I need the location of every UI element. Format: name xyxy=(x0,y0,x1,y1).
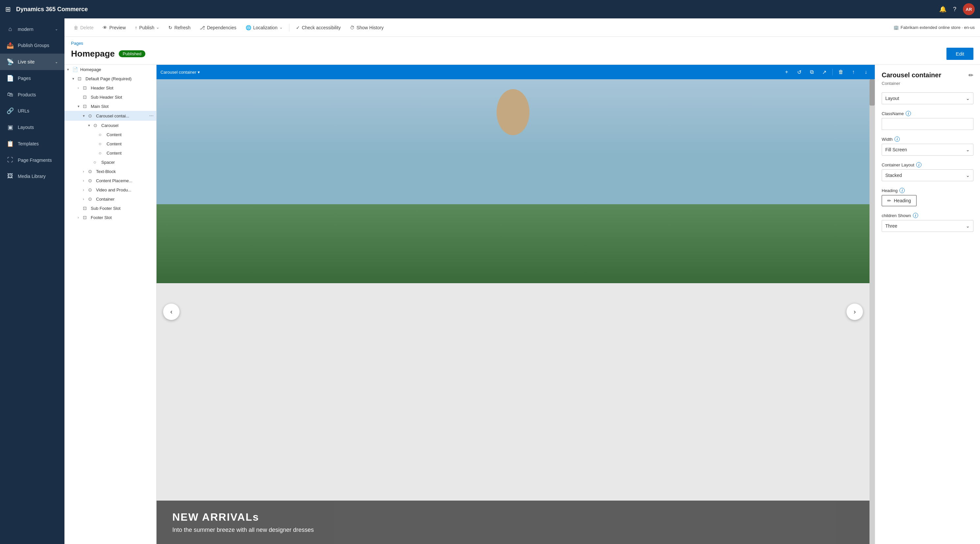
carousel-next-button[interactable]: › xyxy=(846,304,863,320)
tree-panel: ▾ 📄 Homepage ▾ ⊡ Default Page (Required)… xyxy=(64,65,156,544)
canvas-module-label: Carousel container ▾ xyxy=(161,70,200,75)
carousel-prev-button[interactable]: ‹ xyxy=(163,304,180,320)
carousel-wrapper: NEW ARRIVALs Into the summer breeze with… xyxy=(156,79,870,544)
notification-icon[interactable]: 🔔 xyxy=(939,6,947,13)
heading-info-icon[interactable]: i xyxy=(899,188,905,193)
canvas-content: NEW ARRIVALs Into the summer breeze with… xyxy=(156,79,870,544)
container-layout-info-icon[interactable]: i xyxy=(916,162,921,167)
canvas-add-button[interactable]: + xyxy=(782,67,792,77)
carousel-image xyxy=(156,79,870,283)
canvas-move-down-button[interactable]: ↓ xyxy=(861,67,871,77)
props-children-shown-field: children Shown i Three ⌄ xyxy=(882,213,974,232)
sidebar-item-publish-groups[interactable]: 📤 Publish Groups xyxy=(0,37,64,54)
tree-node-spacer[interactable]: › ○ Spacer xyxy=(64,157,156,167)
carousel-subtitle: Into the summer breeze with all new desi… xyxy=(172,527,854,533)
help-icon[interactable]: ? xyxy=(953,6,956,13)
sidebar-item-live-site[interactable]: 📡 Live site ⌄ xyxy=(0,54,64,70)
canvas-delete-button[interactable]: 🗑 xyxy=(836,67,846,77)
width-info-icon[interactable]: i xyxy=(894,137,900,142)
preview-button[interactable]: 👁 Preview xyxy=(99,23,130,32)
check-accessibility-button[interactable]: ✓ Check accessibility xyxy=(292,23,345,32)
tree-node-header-slot[interactable]: › ⊡ Header Slot xyxy=(64,83,156,92)
tree-node-text-block[interactable]: › ⊙ Text-Block xyxy=(64,167,156,176)
children-shown-dropdown[interactable]: Three ⌄ xyxy=(882,220,974,232)
sidebar-item-templates[interactable]: 📋 Templates xyxy=(0,135,64,152)
tree-node-content-1[interactable]: › ○ Content xyxy=(64,130,156,139)
localization-chevron-icon: ⌄ xyxy=(280,25,283,30)
canvas-move-up-button[interactable]: ↑ xyxy=(848,67,858,77)
props-width-field: Width i Fill Screen ⌄ xyxy=(882,137,974,156)
refresh-button[interactable]: ↻ Refresh xyxy=(164,23,194,32)
tree-node-homepage[interactable]: ▾ 📄 Homepage xyxy=(64,65,156,74)
canvas-label-chevron: ▾ xyxy=(198,70,200,75)
store-icon: 🏢 xyxy=(894,25,899,30)
canvas-scrollbar[interactable] xyxy=(870,79,875,544)
editor-area: ▾ 📄 Homepage ▾ ⊡ Default Page (Required)… xyxy=(64,65,980,544)
container-layout-dropdown[interactable]: Stacked ⌄ xyxy=(882,169,974,181)
classname-input[interactable] xyxy=(882,118,974,130)
templates-icon: 📋 xyxy=(6,140,14,147)
tree-node-content-2[interactable]: › ○ Content xyxy=(64,139,156,148)
canvas-rotate-button[interactable]: ↺ xyxy=(794,67,804,77)
edit-button[interactable]: Edit xyxy=(947,48,974,60)
tree-node-content-placement[interactable]: › ⊙ Content Placeme... xyxy=(64,176,156,185)
tree-node-carousel[interactable]: ▾ ⊙ Carousel xyxy=(64,121,156,130)
publish-chevron-icon: ⌄ xyxy=(156,25,159,30)
dependencies-button[interactable]: ⎇ Dependencies xyxy=(196,23,240,32)
tree-node-content-3[interactable]: › ○ Content xyxy=(64,148,156,157)
slot-icon: ⊡ xyxy=(83,205,89,211)
tree-node-default-page[interactable]: ▾ ⊡ Default Page (Required) xyxy=(64,74,156,83)
tree-node-sub-header-slot[interactable]: › ⊡ Sub Header Slot xyxy=(64,92,156,102)
tree-node-video-products[interactable]: › ⊙ Video and Produ... xyxy=(64,185,156,194)
sidebar-item-page-fragments[interactable]: ⛶ Page Fragments xyxy=(0,152,64,168)
classname-info-icon[interactable]: i xyxy=(906,111,911,116)
heading-button[interactable]: ✏ Heading xyxy=(882,195,916,206)
canvas-scrollbar-thumb[interactable] xyxy=(870,79,875,106)
show-history-button[interactable]: ⏱ Show History xyxy=(346,23,387,32)
more-icon[interactable]: ··· xyxy=(149,113,154,119)
sidebar-item-layouts[interactable]: ▣ Layouts xyxy=(0,119,64,135)
slot-icon: ⊡ xyxy=(83,85,89,91)
canvas-copy-button[interactable]: ⧉ xyxy=(807,67,816,77)
tree-node-main-slot[interactable]: ▾ ⊡ Main Slot xyxy=(64,102,156,111)
slot-icon: ⊡ xyxy=(83,103,89,109)
props-layout-section: Layout ⌄ xyxy=(882,92,974,104)
home-icon: ⌂ xyxy=(6,25,14,33)
expand-icon: › xyxy=(78,215,83,220)
breadcrumb[interactable]: Pages xyxy=(71,41,974,46)
sidebar-item-modern[interactable]: ⌂ modern ⌄ xyxy=(0,21,64,37)
grid-icon[interactable]: ⊞ xyxy=(5,5,11,13)
props-container-layout-field: Container Layout i Stacked ⌄ xyxy=(882,162,974,181)
props-classname-field: ClassName i xyxy=(882,111,974,130)
products-icon: 🛍 xyxy=(6,91,14,98)
tree-node-sub-footer-slot[interactable]: › ⊡ Sub Footer Slot xyxy=(64,204,156,213)
toolbar-separator xyxy=(289,24,290,32)
tree-node-container[interactable]: › ⊙ Container xyxy=(64,194,156,204)
localization-icon: 🌐 xyxy=(246,25,251,30)
tree-node-carousel-container[interactable]: ▾ ⊙ Carousel contai... ··· xyxy=(64,111,156,121)
delete-icon: 🗑 xyxy=(74,25,78,30)
width-chevron-icon: ⌄ xyxy=(966,147,970,152)
user-avatar[interactable]: AR xyxy=(963,3,975,15)
children-shown-info-icon[interactable]: i xyxy=(913,213,918,218)
sidebar-item-media-library[interactable]: 🖼 Media Library xyxy=(0,168,64,184)
sidebar-item-products[interactable]: 🛍 Products xyxy=(0,86,64,103)
container-layout-label: Container Layout i xyxy=(882,162,974,167)
module-icon: ⊙ xyxy=(88,187,95,192)
delete-button[interactable]: 🗑 Delete xyxy=(70,23,97,32)
chevron-icon-livesite: ⌄ xyxy=(55,60,58,64)
module-icon: ⊙ xyxy=(88,196,95,202)
module-icon: ⊙ xyxy=(93,122,100,128)
layout-dropdown[interactable]: Layout ⌄ xyxy=(882,92,974,104)
props-heading-field: Heading i ✏ Heading xyxy=(882,188,974,206)
publish-button[interactable]: ↑ Publish ⌄ xyxy=(131,23,163,32)
props-edit-icon[interactable]: ✏ xyxy=(969,72,974,79)
sidebar-item-pages[interactable]: 📄 Pages xyxy=(0,70,64,86)
tree-node-footer-slot[interactable]: › ⊡ Footer Slot xyxy=(64,213,156,222)
content-area: 🗑 Delete 👁 Preview ↑ Publish ⌄ ↻ Refresh… xyxy=(64,18,980,544)
content-icon: ○ xyxy=(99,132,105,137)
width-dropdown[interactable]: Fill Screen ⌄ xyxy=(882,144,974,156)
sidebar-item-urls[interactable]: 🔗 URLs xyxy=(0,103,64,119)
canvas-export-button[interactable]: ↗ xyxy=(819,67,829,77)
localization-button[interactable]: 🌐 Localization ⌄ xyxy=(242,23,286,32)
